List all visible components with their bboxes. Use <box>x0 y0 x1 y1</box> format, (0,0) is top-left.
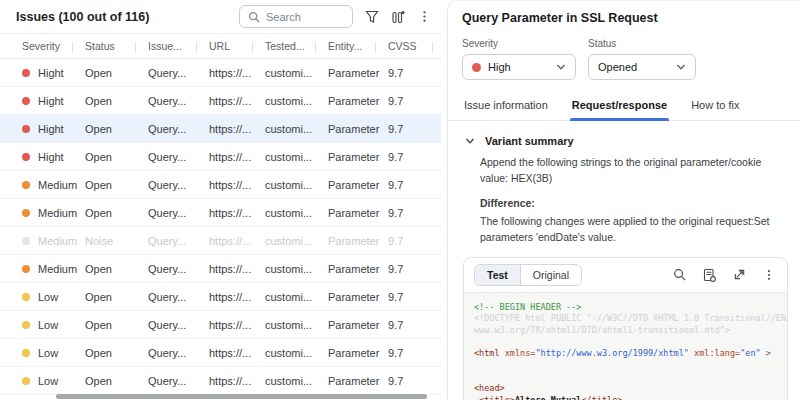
kebab-menu-icon[interactable] <box>761 267 777 283</box>
column-header[interactable]: Issue... <box>148 40 209 52</box>
issue-row[interactable]: MediumOpenQuery...https://...customi...P… <box>0 255 441 283</box>
test-toggle-button[interactable]: Test <box>475 265 521 285</box>
severity-cell: Medium <box>22 263 85 275</box>
severity-dot-icon <box>22 69 30 77</box>
severity-dot-icon <box>22 349 30 357</box>
severity-dot-icon <box>22 153 30 161</box>
issue-row[interactable]: HightOpenQuery...https://...customi...Pa… <box>0 59 441 87</box>
issue-row[interactable]: LowOpenQuery...https://...customi...Para… <box>0 311 441 339</box>
issue-row[interactable]: LowOpenQuery...https://...customi...Para… <box>0 367 441 395</box>
issue-row[interactable]: MediumNoiseQuery...https://...customi...… <box>0 227 441 255</box>
variant-summary-heading: Variant summary <box>485 135 574 147</box>
tab-request-response[interactable]: Request/response <box>570 95 669 120</box>
table-cell: https://... <box>209 67 265 79</box>
search-input[interactable]: Search <box>239 5 353 28</box>
table-cell: Open <box>85 319 148 331</box>
table-cell: https://... <box>209 123 265 135</box>
column-header[interactable]: Tested... <box>265 40 328 52</box>
table-cell: Query... <box>148 319 209 331</box>
file-settings-icon[interactable] <box>701 267 717 283</box>
test-original-toggle: Test Original <box>474 264 582 286</box>
table-cell: https://... <box>209 179 265 191</box>
column-header[interactable]: URL <box>209 40 265 52</box>
table-cell: customi... <box>265 347 328 359</box>
filter-icon[interactable] <box>359 4 385 30</box>
original-toggle-button[interactable]: Original <box>521 265 581 285</box>
table-cell: Open <box>85 263 148 275</box>
table-cell: 9.7 <box>388 375 441 387</box>
table-cell: Open <box>85 375 148 387</box>
table-cell: Open <box>85 151 148 163</box>
table-cell: Query... <box>148 291 209 303</box>
column-settings-icon[interactable] <box>385 4 411 30</box>
table-cell: customi... <box>265 95 328 107</box>
table-cell: Open <box>85 95 148 107</box>
table-cell: Open <box>85 179 148 191</box>
table-cell: 9.7 <box>388 207 441 219</box>
code-line: <!DOCTYPE html PUBLIC "-//W3C//DTD XHTML… <box>474 313 777 325</box>
status-dropdown[interactable]: Opened <box>588 54 696 80</box>
column-header[interactable]: Severity <box>22 40 85 52</box>
issue-row[interactable]: HightOpenQuery...https://...customi...Pa… <box>0 143 441 171</box>
severity-group: Severity High <box>462 38 576 80</box>
severity-cell: Low <box>22 319 85 331</box>
table-cell: customi... <box>265 151 328 163</box>
table-cell: customi... <box>265 375 328 387</box>
table-cell: https://... <box>209 347 265 359</box>
severity-dropdown[interactable]: High <box>462 54 576 80</box>
status-label: Status <box>588 38 696 49</box>
severity-cell: Hight <box>22 95 85 107</box>
issue-row[interactable]: MediumOpenQuery...https://...customi...P… <box>0 199 441 227</box>
table-cell: https://... <box>209 235 265 247</box>
column-header[interactable]: CVSS <box>388 40 441 52</box>
table-cell: Query... <box>148 123 209 135</box>
severity-cell: Low <box>22 347 85 359</box>
severity-cell: Low <box>22 375 85 387</box>
tab-issue-information[interactable]: Issue information <box>462 95 550 120</box>
table-cell: Parameter <box>328 235 388 247</box>
kebab-menu-icon[interactable] <box>411 4 437 30</box>
table-cell: Open <box>85 347 148 359</box>
difference-label: Difference: <box>480 196 788 212</box>
issues-table-body: HightOpenQuery...https://...customi...Pa… <box>0 59 441 395</box>
table-cell: 9.7 <box>388 179 441 191</box>
code-line: <!-- BEGIN HEADER --> <box>474 302 777 314</box>
table-cell: customi... <box>265 263 328 275</box>
search-icon <box>248 11 260 23</box>
table-cell: Parameter <box>328 67 388 79</box>
table-cell: https://... <box>209 291 265 303</box>
issues-table-header: SeverityStatusIssue...URLTested...Entity… <box>0 34 441 59</box>
table-cell: Parameter <box>328 95 388 107</box>
table-cell: customi... <box>265 67 328 79</box>
table-cell: Parameter <box>328 347 388 359</box>
search-icon[interactable] <box>671 267 687 283</box>
open-in-new-icon[interactable] <box>731 267 747 283</box>
severity-label: Severity <box>462 38 576 49</box>
code-line <box>474 360 777 372</box>
table-cell: Parameter <box>328 123 388 135</box>
variant-summary-toggle[interactable]: Variant summary <box>465 135 792 147</box>
issue-row[interactable]: LowOpenQuery...https://...customi...Para… <box>0 339 441 367</box>
severity-dot-icon <box>22 293 30 301</box>
table-cell: customi... <box>265 319 328 331</box>
difference-text: The following changes were applied to th… <box>480 214 788 246</box>
code-viewer-actions <box>671 267 777 283</box>
table-cell: Query... <box>148 67 209 79</box>
issue-row[interactable]: LowOpenQuery...https://...customi...Para… <box>0 283 441 311</box>
issue-row[interactable]: MediumOpenQuery...https://...customi...P… <box>0 171 441 199</box>
table-cell: Query... <box>148 347 209 359</box>
table-cell: Query... <box>148 207 209 219</box>
table-cell: Query... <box>148 235 209 247</box>
tab-how-to-fix[interactable]: How to fix <box>689 95 741 120</box>
code-content[interactable]: <!-- BEGIN HEADER --><!DOCTYPE html PUBL… <box>464 292 787 400</box>
issue-row[interactable]: HightOpenQuery...https://...customi...Pa… <box>0 115 441 143</box>
column-header[interactable]: Entity... <box>328 40 388 52</box>
severity-dot-icon <box>22 97 30 105</box>
column-header[interactable]: Status <box>85 40 148 52</box>
horizontal-scrollbar[interactable] <box>56 394 427 399</box>
table-cell: Parameter <box>328 151 388 163</box>
issue-row[interactable]: HightOpenQuery...https://...customi...Pa… <box>0 87 441 115</box>
table-cell: customi... <box>265 291 328 303</box>
issues-header: Issues (100 out of 116) Search <box>0 0 441 34</box>
tab-content: Variant summary Append the following str… <box>448 121 800 400</box>
